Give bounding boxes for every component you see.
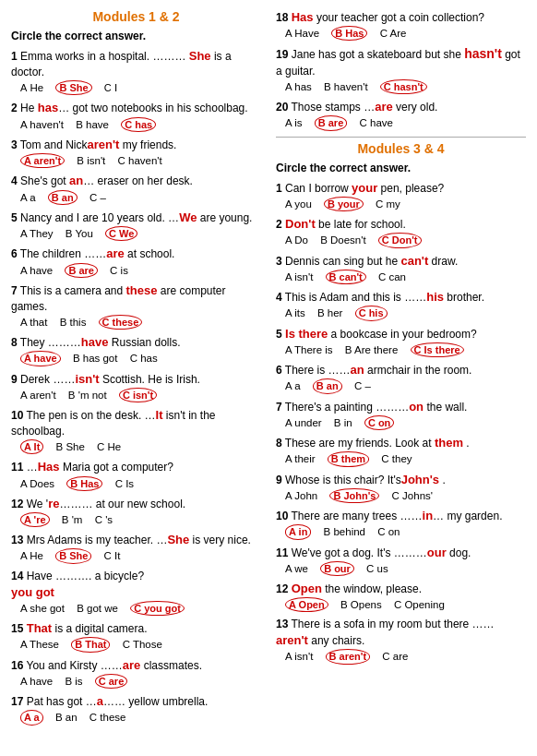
q-right-r8: 8 These are my friends. Look at them . A… xyxy=(276,435,526,466)
right-instruction: Circle the correct answer. xyxy=(276,162,526,174)
right-column: 18 Has your teacher got a coin collectio… xyxy=(276,9,526,730)
left-module-title: Modules 1 & 2 xyxy=(11,9,261,24)
q-left-15: 15 That is a digital camera. A These B T… xyxy=(11,620,261,652)
q-right-19: 19 Jane has got a skateboard but she has… xyxy=(276,45,526,94)
q-left-17: 17 Pat has got …a…… yellow umbrella. A a… xyxy=(11,693,261,725)
left-column: Modules 1 & 2 Circle the correct answer.… xyxy=(11,9,261,730)
q-left-11: 11 …Has Maria got a computer? A Does B H… xyxy=(11,459,261,490)
q-right-r1: 1 Can I borrow your pen, please? A you B… xyxy=(276,180,526,211)
section-divider xyxy=(276,137,526,138)
q-right-r7: 7 There's a painting ………on the wall. A u… xyxy=(276,399,526,430)
left-instruction: Circle the correct answer. xyxy=(11,30,261,42)
q-left-4: 4 She's got an… eraser on her desk. A a … xyxy=(11,173,261,204)
q-right-r10: 10 There are many trees ……in… my garden.… xyxy=(276,508,526,539)
q-left-16: 16 You and Kirsty ……are classmates. A ha… xyxy=(11,657,261,689)
q-right-r3: 3 Dennis can sing but he can't draw. A i… xyxy=(276,253,526,284)
q-right-18: 18 Has your teacher got a coin collectio… xyxy=(276,9,526,41)
q-left-3: 3 Tom and Nickaren't my friends. A aren'… xyxy=(11,137,261,168)
q-left-10: 10 The pen is on the desk. …It isn't in … xyxy=(11,407,261,454)
q-right-r6: 6 There is ……an armchair in the room. A … xyxy=(276,362,526,393)
q-left-2: 2 He has… got two notebooks in his schoo… xyxy=(11,100,261,131)
q-right-r5: 5 Is there a bookcase in your bedroom? A… xyxy=(276,326,526,357)
right-module-title: Modules 3 & 4 xyxy=(276,141,526,156)
q-left-5: 5 Nancy and I are 10 years old. …We are … xyxy=(11,210,261,241)
q-right-r4: 4 This is Adam and this is ……his brother… xyxy=(276,289,526,320)
q-right-r9: 9 Whose is this chair? It'sJohn's . A Jo… xyxy=(276,472,526,503)
q-right-r12: 12 Open the window, please. A Open B Ope… xyxy=(276,581,526,612)
q-left-1: 1 Emma works in a hospital. ……… She is a… xyxy=(11,48,261,95)
q-right-r13: 13 There is a sofa in my room but there … xyxy=(276,617,526,664)
q-right-r11: 11 We've got a dog. It's ………our dog. A w… xyxy=(276,545,526,576)
q-left-14: 14 Have ………. a bicycle?you got A she got… xyxy=(11,569,261,616)
q-left-12: 12 We 're……… at our new school. A 're B … xyxy=(11,496,261,527)
q-left-9: 9 Derek ……isn't Scottish. He is Irish. A… xyxy=(11,371,261,402)
q-right-20: 20 Those stamps …are very old. A is B ar… xyxy=(276,99,526,130)
q-left-13: 13 Mrs Adams is my teacher. …She is very… xyxy=(11,532,261,563)
q-left-7: 7 This is a camera and these are compute… xyxy=(11,282,261,330)
q-right-r2: 2 Don't be late for school. A Do B Doesn… xyxy=(276,216,526,247)
q-left-6: 6 The children ……are at school. A have B… xyxy=(11,246,261,277)
q-left-8: 8 They ………have Russian dolls. A have B h… xyxy=(11,334,261,366)
